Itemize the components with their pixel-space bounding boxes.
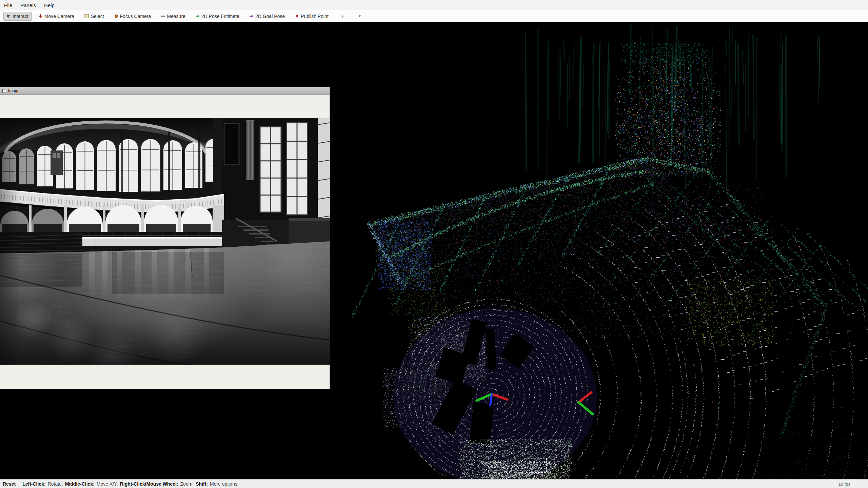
status-text: More options. [210,481,239,487]
tool-2d-goal-pose[interactable]: 2D Goal Pose [246,12,288,21]
panel-dock-icon[interactable] [2,89,6,93]
image-panel-titlebar[interactable]: Image [0,87,330,95]
image-panel: Image [0,87,330,389]
goal-pose-arrow-icon [250,14,253,18]
reset-button[interactable]: Reset [3,481,16,487]
status-text: Shift: [196,481,208,487]
menu-bar: File Panels Help [0,0,868,10]
add-tool-button[interactable]: + [338,13,347,20]
pose-estimate-arrow-icon [196,14,199,18]
tool-publish-point[interactable]: Publish Point [292,12,332,21]
tool-label: 2D Pose Estimate [201,14,239,19]
tool-label: 2D Goal Pose [255,14,285,19]
menu-file[interactable]: File [4,2,12,8]
tool-label: Select [91,14,104,19]
status-text: Move X/Y. [97,481,118,487]
tool-interact[interactable]: Interact [3,12,32,21]
status-text: Right-Click/Mouse Wheel: [120,481,178,487]
focus-camera-icon [114,14,118,18]
status-text: Left-Click: [22,481,45,487]
measure-icon [161,14,165,18]
tool-label: Interact [13,14,28,19]
tool-label: Measure [167,14,185,19]
image-panel-title: Image [8,88,19,93]
move-camera-icon [39,14,42,18]
interact-cursor-icon [7,14,11,18]
select-box-icon [84,14,89,18]
toolbar: Interact Move Camera Select Focus Camera… [0,10,868,22]
status-text: Middle-Click: [65,481,95,487]
tool-2d-pose-estimate[interactable]: 2D Pose Estimate [192,12,243,21]
tool-label: Publish Point [301,14,329,19]
tool-focus-camera[interactable]: Focus Camera [111,12,155,21]
camera-image [0,118,330,365]
publish-point-icon [295,14,299,18]
tool-select[interactable]: Select [81,12,107,21]
menu-panels[interactable]: Panels [20,2,36,8]
tool-label: Move Camera [44,14,74,19]
chevron-down-icon[interactable]: ▾ [357,13,363,19]
menu-help[interactable]: Help [44,2,55,8]
tool-label: Focus Camera [120,14,151,19]
tool-move-camera[interactable]: Move Camera [35,12,78,21]
tool-measure[interactable]: Measure [158,12,189,21]
fps-counter: 19 fps [839,482,850,487]
status-bar: Reset Left-Click: Rotate. Middle-Click: … [0,479,868,488]
status-text: Rotate. [48,481,63,487]
status-text: Zoom. [180,481,194,487]
3d-viewport[interactable]: Image [0,22,868,479]
